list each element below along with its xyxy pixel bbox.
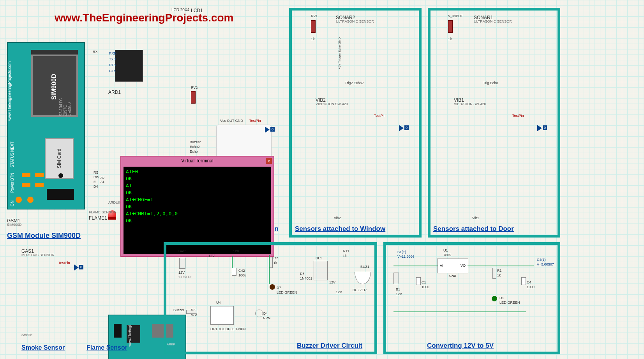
opto-u4 bbox=[210, 306, 234, 325]
led-d7 bbox=[270, 284, 275, 290]
sonar2-part: ULTRASONIC SENSOR bbox=[336, 19, 374, 23]
res-r8 bbox=[186, 310, 197, 314]
smoke-section[interactable]: Smoke Sensor bbox=[21, 344, 65, 351]
ard-ref: ARD1 bbox=[108, 90, 121, 95]
buzzer-section[interactable]: Buzzer Driver Circuit bbox=[297, 342, 362, 350]
pot-rv1[interactable] bbox=[311, 20, 316, 33]
close-icon[interactable]: x bbox=[266, 158, 272, 164]
flame-ref: FLAME1 bbox=[89, 215, 107, 221]
door-section[interactable]: Sensors attached to Door bbox=[433, 225, 514, 233]
group-door bbox=[428, 8, 560, 238]
logo-url: www.TheEngineeringProjects.com bbox=[55, 12, 234, 24]
virtual-terminal-window[interactable]: Virtual Terminal x ATE0 OK AT OK AT+CMGF… bbox=[120, 156, 274, 257]
rv1: RV1 bbox=[311, 14, 318, 18]
tag-zero: 0 bbox=[270, 127, 275, 132]
chip-sub: S2-1041Y-Z097C CE0980 bbox=[59, 94, 72, 116]
relay-rl1 bbox=[314, 261, 328, 280]
sim900d-module: SIM900D S2-1041Y-Z097C CE0980 SIM Card O… bbox=[7, 42, 85, 209]
lcd-ref: LCD1 bbox=[191, 8, 203, 13]
probe-12v-name: B1(+) bbox=[397, 250, 406, 254]
battery-b1 bbox=[393, 273, 399, 284]
vib2-part: VIBRATION SW-420 bbox=[316, 102, 348, 106]
flame-part: FLAME SENSOR bbox=[89, 210, 116, 214]
gsm-section-title[interactable]: GSM Module SIM900D bbox=[7, 232, 81, 240]
serial-monitor-icon bbox=[115, 50, 143, 82]
regulator-7805: VI VO GND bbox=[437, 259, 468, 273]
lcd-part: LCD 20X4 bbox=[171, 8, 189, 12]
vt-title: Virtual Terminal x bbox=[121, 157, 273, 165]
cap-c4 bbox=[521, 277, 526, 285]
cap-c42 bbox=[232, 268, 236, 276]
group-window bbox=[289, 8, 422, 238]
flame-section[interactable]: Flame Sensor bbox=[86, 344, 127, 351]
conv-section[interactable]: Converting 12V to 5V bbox=[427, 342, 494, 350]
hidden-section-hint: n bbox=[274, 225, 279, 233]
probe-5v-val: V=5.00507 bbox=[537, 262, 554, 266]
vib1-part: VIBRATION SW-420 bbox=[454, 102, 486, 106]
group-5v bbox=[383, 242, 560, 354]
probe-5v-name: C4(1) bbox=[537, 258, 546, 262]
chip-label: SIM900D bbox=[51, 74, 58, 100]
transistor-q4 bbox=[255, 310, 263, 317]
sim-card: SIM Card bbox=[45, 138, 74, 179]
sonar1-part: ULTRASONIC SENSOR bbox=[474, 19, 512, 23]
probe-12v-val: V=11.9996 bbox=[397, 255, 415, 259]
rv2: RV2 bbox=[191, 86, 198, 90]
res-r1 bbox=[492, 268, 496, 279]
pot-rv2[interactable] bbox=[191, 91, 196, 104]
window-section[interactable]: Sensors attached to Window bbox=[295, 225, 385, 233]
battery-icon bbox=[179, 258, 185, 269]
pot-vinput[interactable] bbox=[448, 20, 453, 33]
vt-body: ATE0 OK AT OK AT+CMGF=1 OK AT+CNMI=1,2,0… bbox=[124, 167, 271, 254]
led-d1 bbox=[492, 296, 497, 301]
bat1-ref: BAT1 bbox=[178, 249, 187, 253]
gsm-part: SIM900D bbox=[7, 223, 22, 227]
cap-c1 bbox=[416, 277, 421, 285]
gas-part: MQ-2 GAS SENSOR bbox=[21, 253, 55, 257]
